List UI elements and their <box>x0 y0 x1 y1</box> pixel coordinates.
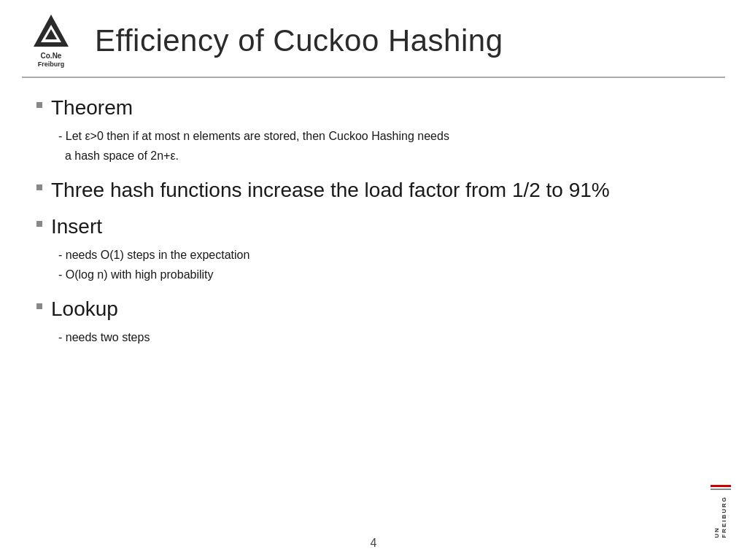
insert-sub-2: - O(log n) with high probability <box>58 265 711 284</box>
insert-sub-bullets: - needs O(1) steps in the expectation - … <box>58 246 711 284</box>
brand-gray-line <box>711 489 731 490</box>
theorem-sub-2: a hash space of 2n+ε. <box>58 147 711 166</box>
logo-icon <box>32 13 70 51</box>
slide: Co.Ne Freiburg Efficiency of Cuckoo Hash… <box>0 0 747 560</box>
logo: Co.Ne Freiburg <box>22 13 80 69</box>
lookup-sub-bullets: - needs two steps <box>58 328 711 347</box>
bullet-marker-lookup <box>36 303 42 309</box>
slide-title: Efficiency of Cuckoo Hashing <box>95 23 503 58</box>
footer: 4 <box>0 529 747 560</box>
theorem-bullet: Theorem <box>36 96 711 120</box>
insert-sub-1: - needs O(1) steps in the expectation <box>58 246 711 265</box>
content: Theorem - Let ε>0 then if at most n elem… <box>0 78 747 529</box>
three-hash-section: Three hash functions increase the load f… <box>36 179 711 202</box>
brand-watermark: UN FREIBURG <box>711 485 731 538</box>
insert-section: Insert - needs O(1) steps in the expecta… <box>36 215 711 284</box>
three-hash-bullet: Three hash functions increase the load f… <box>36 179 711 202</box>
three-hash-label: Three hash functions increase the load f… <box>51 179 610 202</box>
lookup-section: Lookup - needs two steps <box>36 298 711 347</box>
logo-text: Co.Ne Freiburg <box>38 51 65 69</box>
bullet-marker-insert <box>36 221 42 227</box>
theorem-sub-bullets: - Let ε>0 then if at most n elements are… <box>58 127 711 166</box>
lookup-sub-1: - needs two steps <box>58 328 711 347</box>
theorem-section: Theorem - Let ε>0 then if at most n elem… <box>36 96 711 166</box>
brand-text: UN FREIBURG <box>713 496 727 538</box>
page-number: 4 <box>371 537 377 550</box>
bullet-marker-theorem <box>36 102 42 108</box>
header: Co.Ne Freiburg Efficiency of Cuckoo Hash… <box>0 0 747 77</box>
brand-red-line <box>711 485 731 487</box>
insert-label: Insert <box>51 215 102 238</box>
bullet-marker-three-hash <box>36 184 42 190</box>
lookup-label: Lookup <box>51 298 118 321</box>
insert-bullet: Insert <box>36 215 711 238</box>
lookup-bullet: Lookup <box>36 298 711 321</box>
theorem-sub-1: - Let ε>0 then if at most n elements are… <box>58 127 711 146</box>
theorem-label: Theorem <box>51 96 133 120</box>
